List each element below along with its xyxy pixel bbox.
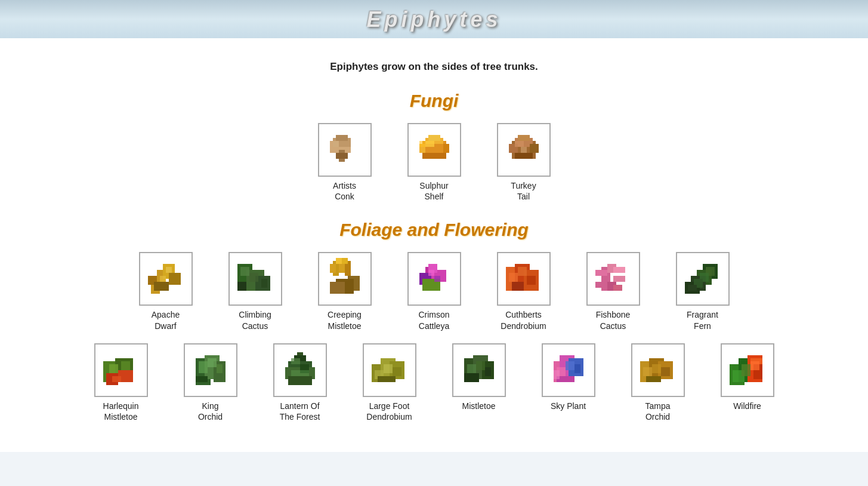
svg-rect-106 xyxy=(378,376,396,382)
svg-rect-105 xyxy=(393,367,401,376)
item-image-climbing-cactus xyxy=(228,252,282,306)
item-image-sky-plant xyxy=(542,343,595,397)
svg-rect-112 xyxy=(485,367,491,376)
svg-rect-135 xyxy=(742,364,750,376)
item-image-large-foot-dendrobium xyxy=(363,343,416,397)
item-image-wildfire xyxy=(721,343,774,397)
page-content: Epiphytes grow on the sides of tree trun… xyxy=(0,38,868,452)
item-image-crimson-cattleya xyxy=(407,252,461,306)
svg-rect-47 xyxy=(330,282,345,294)
svg-rect-84 xyxy=(112,376,121,382)
item-image-lantern-of-the-forest xyxy=(273,343,327,397)
svg-rect-54 xyxy=(434,276,440,282)
item-label: Lantern OfThe Forest xyxy=(280,401,320,422)
list-item: Lantern OfThe Forest xyxy=(264,343,336,422)
svg-rect-68 xyxy=(613,276,625,282)
item-image-mistletoe xyxy=(452,343,506,397)
item-image-tampa-orchid xyxy=(631,343,685,397)
item-label: ApacheDwarf xyxy=(152,309,180,331)
item-label: CreepingMistletoe xyxy=(328,309,362,331)
item-label: FishboneCactus xyxy=(596,309,631,331)
list-item: FragrantFern xyxy=(667,252,739,331)
item-image-fragrant-fern xyxy=(676,252,730,306)
svg-rect-60 xyxy=(527,276,536,285)
foliage-grid-row1: ApacheDwarf ClimbingCactus xyxy=(24,252,844,331)
svg-rect-67 xyxy=(613,267,625,273)
foliage-section-title: Foliage and Flowering xyxy=(24,220,844,240)
svg-rect-53 xyxy=(428,270,434,276)
list-item: Sky Plant xyxy=(533,343,604,422)
item-image-apache-dwarf xyxy=(139,252,193,306)
svg-rect-12 xyxy=(422,153,446,159)
item-image-cuthberts-dendrobium xyxy=(497,252,551,306)
list-item: ArtistsConk xyxy=(309,123,381,202)
svg-rect-35 xyxy=(240,267,249,276)
item-label: CrimsonCattleya xyxy=(418,309,449,331)
item-image-sulphur-shelf xyxy=(407,123,461,177)
item-label: Sky Plant xyxy=(551,401,586,411)
fungi-grid: ArtistsConk SulphurShelf xyxy=(24,123,844,202)
svg-rect-20 xyxy=(515,153,533,159)
item-label: SulphurShelf xyxy=(419,180,448,202)
item-label: TampaOrchid xyxy=(645,401,670,422)
svg-rect-59 xyxy=(518,267,527,276)
svg-rect-15 xyxy=(419,141,425,147)
svg-rect-65 xyxy=(595,270,607,276)
svg-rect-88 xyxy=(199,361,208,373)
item-label: KingOrchid xyxy=(198,401,223,422)
svg-rect-61 xyxy=(512,282,524,291)
svg-rect-121 xyxy=(554,370,560,379)
item-image-turkey-tail xyxy=(497,123,551,177)
svg-rect-136 xyxy=(750,361,759,370)
list-item: FishboneCactus xyxy=(577,252,649,331)
svg-rect-7 xyxy=(333,141,339,147)
item-label: Large FootDendrobium xyxy=(366,401,412,422)
item-image-king-orchid xyxy=(184,343,237,397)
svg-rect-119 xyxy=(574,364,580,373)
list-item: ClimbingCactus xyxy=(220,252,291,331)
svg-rect-22 xyxy=(518,135,530,141)
svg-rect-31 xyxy=(166,267,172,273)
item-image-artists-conk xyxy=(318,123,372,177)
list-item: KingOrchid xyxy=(175,343,246,422)
list-item: Wildfire xyxy=(712,343,783,422)
svg-rect-111 xyxy=(476,361,485,370)
list-item: CreepingMistletoe xyxy=(309,252,381,331)
svg-rect-91 xyxy=(196,376,208,382)
svg-rect-128 xyxy=(646,376,661,382)
list-item: TurkeyTail xyxy=(488,123,560,202)
svg-rect-58 xyxy=(509,273,518,282)
svg-rect-36 xyxy=(249,273,258,282)
svg-rect-77 xyxy=(688,285,697,291)
svg-rect-37 xyxy=(261,279,267,288)
svg-rect-4 xyxy=(336,135,348,141)
list-item: SulphurShelf xyxy=(399,123,470,202)
item-label: HarlequinMistletoe xyxy=(103,401,139,422)
svg-rect-113 xyxy=(464,373,479,382)
foliage-grid-row2: HarlequinMistletoe KingOrchid xyxy=(24,343,844,422)
item-image-creeping-mistletoe xyxy=(318,252,372,306)
svg-rect-43 xyxy=(342,258,348,264)
svg-rect-28 xyxy=(169,273,181,285)
svg-rect-69 xyxy=(613,285,622,291)
svg-rect-23 xyxy=(521,147,527,153)
list-item: CrimsonCattleya xyxy=(399,252,470,331)
header-bar: Epiphytes xyxy=(0,0,868,38)
subtitle: Epiphytes grow on the sides of tree trun… xyxy=(24,61,844,73)
item-label: Mistletoe xyxy=(462,401,495,411)
item-label: FragrantFern xyxy=(687,309,718,331)
page-title: Epiphytes xyxy=(0,7,868,32)
item-label: CuthbertsDendrobium xyxy=(501,309,546,331)
item-label: ArtistsConk xyxy=(333,180,356,202)
svg-rect-14 xyxy=(428,135,440,141)
svg-rect-110 xyxy=(467,364,476,373)
list-item: Mistletoe xyxy=(443,343,515,422)
svg-rect-89 xyxy=(208,358,217,367)
svg-rect-125 xyxy=(643,367,652,376)
svg-rect-42 xyxy=(336,258,342,264)
svg-rect-44 xyxy=(330,264,336,273)
svg-rect-30 xyxy=(160,276,166,282)
svg-rect-96 xyxy=(288,376,312,385)
list-item: HarlequinMistletoe xyxy=(85,343,157,422)
list-item: TampaOrchid xyxy=(622,343,694,422)
